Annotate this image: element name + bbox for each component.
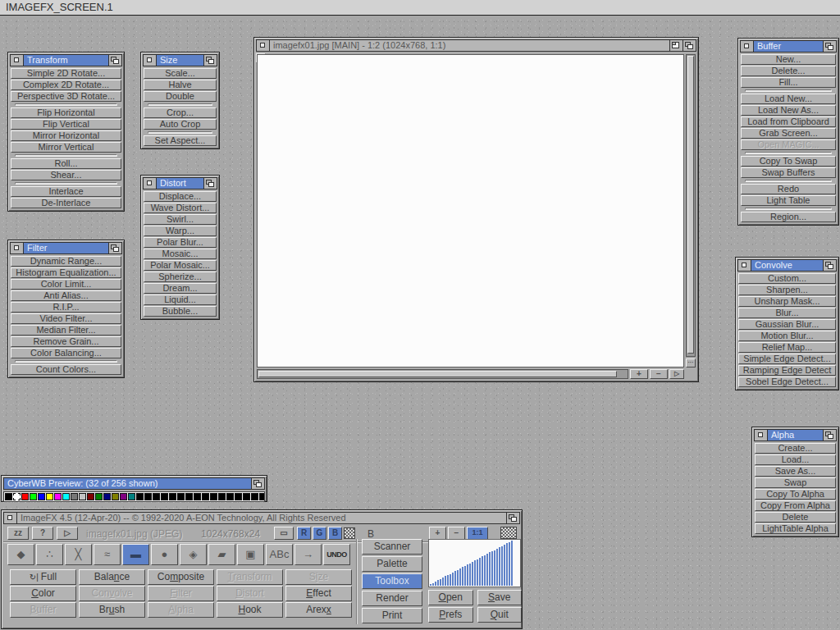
- filter-titlebar[interactable]: Filter: [10, 242, 122, 254]
- palette-swatch[interactable]: [185, 493, 193, 500]
- depth-gadget-icon[interactable]: [823, 260, 836, 271]
- distort-titlebar[interactable]: Distort: [143, 177, 217, 189]
- palette-swatch[interactable]: [71, 493, 78, 500]
- blur-button[interactable]: Blur...: [738, 308, 836, 318]
- shear-button[interactable]: Shear...: [11, 170, 121, 180]
- save-as-button[interactable]: Save As...: [755, 466, 836, 477]
- arex-x-button[interactable]: Arexx: [285, 602, 352, 618]
- close-gadget-icon[interactable]: [11, 55, 24, 66]
- palette-swatch[interactable]: [95, 493, 103, 500]
- fill-tool[interactable]: ▣: [237, 544, 264, 565]
- palette-swatch[interactable]: [62, 493, 70, 500]
- lighttable-alpha-button[interactable]: LightTable Alpha: [755, 523, 836, 534]
- displace-button[interactable]: Displace...: [144, 191, 217, 202]
- depth-gadget-icon[interactable]: [108, 55, 121, 66]
- median-filter-button[interactable]: Median Filter...: [11, 325, 121, 336]
- co-mposite-button[interactable]: Composite: [148, 569, 214, 585]
- polar-blur-button[interactable]: Polar Blur...: [144, 237, 217, 248]
- play-macro-button[interactable]: ▷: [57, 527, 78, 540]
- redo-button[interactable]: Redo: [741, 184, 836, 194]
- toolbox-titlebar[interactable]: ImageFX 4.5 (12-Apr-20) -- © 1992-2020 A…: [3, 512, 520, 524]
- close-gadget-icon[interactable]: [144, 178, 157, 189]
- palette-swatch[interactable]: [243, 493, 250, 500]
- convolve-titlebar[interactable]: Convolve: [737, 259, 837, 272]
- palette-button[interactable]: Palette: [362, 556, 422, 572]
- set-aspect-button[interactable]: Set Aspect...: [144, 135, 217, 146]
- crop-button[interactable]: Crop...: [144, 107, 217, 118]
- depth-gadget-icon[interactable]: [108, 243, 121, 253]
- palette-swatch[interactable]: [13, 493, 21, 500]
- window-options-button[interactable]: ···: [686, 358, 696, 368]
- color-button[interactable]: Color: [10, 586, 76, 601]
- palette-swatch[interactable]: [251, 493, 258, 500]
- unsharp-mask-button[interactable]: Unsharp Mask...: [738, 296, 836, 307]
- simple-edge-detect-button[interactable]: Simple Edge Detect...: [738, 354, 836, 364]
- zoom-gadget-icon[interactable]: [669, 40, 682, 51]
- swap-buffers-button[interactable]: Swap Buffers: [741, 167, 836, 178]
- complex-2d-rotate-button[interactable]: Complex 2D Rotate...: [11, 80, 121, 90]
- hook-button[interactable]: Hook: [217, 602, 283, 618]
- flip-horizontal-button[interactable]: Flip Horizontal: [11, 107, 121, 118]
- flip-vertical-button[interactable]: Flip Vertical: [11, 119, 121, 130]
- fill-button[interactable]: Fill...: [741, 77, 836, 88]
- dynamic-range-button[interactable]: Dynamic Range...: [11, 256, 121, 267]
- perspective-3d-rotate-button[interactable]: Perspective 3D Rotate...: [11, 91, 121, 102]
- toolbox-zoom-out-button[interactable]: −: [448, 527, 465, 540]
- custom-button[interactable]: Custom...: [738, 273, 836, 284]
- toolbox-zoom-in-button[interactable]: +: [429, 527, 446, 540]
- box-tool[interactable]: ▬: [122, 544, 149, 565]
- palette-swatch[interactable]: [87, 493, 94, 500]
- interlace-button[interactable]: Interlace: [11, 186, 121, 197]
- palette-swatch[interactable]: [153, 493, 160, 500]
- mirror-vertical-button[interactable]: Mirror Vertical: [11, 142, 121, 153]
- oval-tool[interactable]: ●: [151, 544, 178, 565]
- palette-swatch[interactable]: [259, 493, 265, 500]
- palette-swatch[interactable]: [161, 493, 168, 500]
- double-button[interactable]: Double: [144, 91, 217, 102]
- palette-swatch[interactable]: [112, 493, 119, 500]
- mosaic-button[interactable]: Mosaic...: [144, 249, 217, 259]
- dream-button[interactable]: Dream...: [144, 283, 217, 294]
- close-gadget-icon[interactable]: [738, 260, 751, 271]
- swap-button[interactable]: Swap: [755, 477, 836, 488]
- load-new-as-button[interactable]: Load New As...: [741, 105, 836, 116]
- palette-swatch[interactable]: [120, 493, 127, 500]
- color-balancing-button[interactable]: Color Balancing...: [11, 348, 121, 358]
- sobel-edge-detect-button[interactable]: Sobel Edge Detect...: [738, 377, 836, 387]
- help-button[interactable]: ?: [32, 527, 53, 540]
- point-tool[interactable]: ◆: [7, 544, 34, 565]
- light-table-button[interactable]: Light Table: [741, 195, 836, 206]
- palette-swatch[interactable]: [54, 493, 62, 500]
- depth-gadget-icon[interactable]: [251, 478, 264, 489]
- palette-swatch[interactable]: [194, 493, 201, 500]
- depth-gadget-icon[interactable]: [823, 430, 836, 441]
- palette-swatch[interactable]: [202, 493, 209, 500]
- curve-tool[interactable]: ≈: [94, 544, 121, 565]
- palette-swatch[interactable]: [226, 493, 234, 500]
- palette-swatch[interactable]: [136, 493, 144, 500]
- transform-titlebar[interactable]: Transform: [10, 54, 122, 66]
- palette-swatch[interactable]: [144, 493, 152, 500]
- mirror-horizontal-button[interactable]: Mirror Horizontal: [11, 130, 121, 141]
- depth-gadget-icon[interactable]: [823, 41, 836, 52]
- close-gadget-icon[interactable]: [144, 55, 157, 66]
- palette-swatch[interactable]: [46, 493, 53, 500]
- size-titlebar[interactable]: Size: [143, 54, 217, 66]
- halve-button[interactable]: Halve: [144, 80, 217, 90]
- blue-channel-toggle[interactable]: B: [328, 527, 342, 540]
- buffer-titlebar[interactable]: Buffer: [740, 40, 837, 52]
- gaussian-blur-button[interactable]: Gaussian Blur...: [738, 319, 836, 330]
- full-button[interactable]: ↻|Full: [10, 569, 76, 585]
- depth-gadget-icon[interactable]: [203, 55, 217, 66]
- roll-button[interactable]: Roll...: [11, 158, 121, 169]
- load-button[interactable]: Load...: [755, 454, 836, 465]
- undo-button[interactable]: UNDO: [323, 544, 350, 565]
- relief-map-button[interactable]: Relief Map...: [738, 342, 836, 353]
- copy-to-swap-button[interactable]: Copy To Swap: [741, 156, 836, 167]
- screen-mode-button[interactable]: ▭: [274, 527, 294, 540]
- bubble-button[interactable]: Bubble...: [144, 306, 217, 317]
- scale-button[interactable]: Scale...: [144, 68, 217, 79]
- new-button[interactable]: New...: [741, 54, 836, 65]
- video-filter-button[interactable]: Video Filter...: [11, 313, 121, 324]
- copy-to-alpha-button[interactable]: Copy To Alpha: [755, 489, 836, 500]
